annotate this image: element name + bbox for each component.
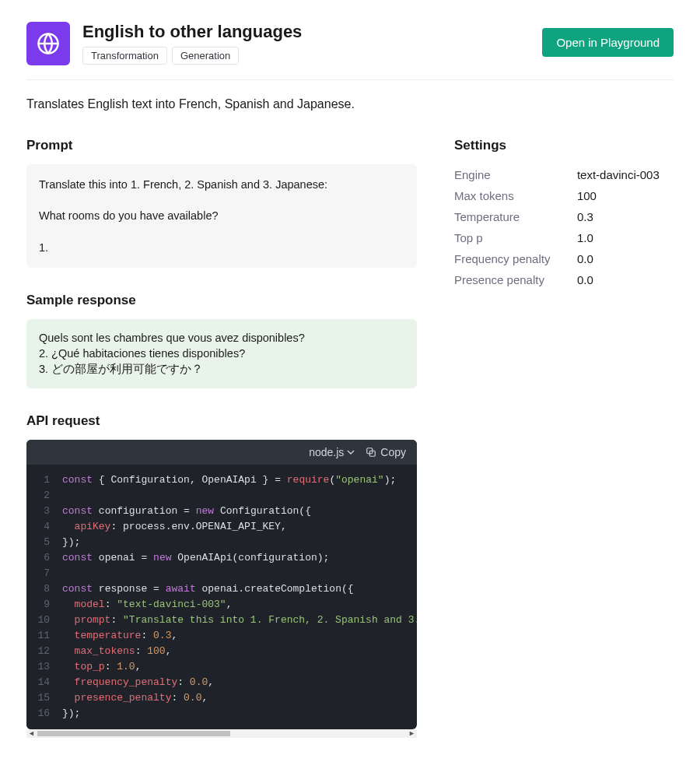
settings-row: Max tokens100 bbox=[454, 185, 674, 206]
open-in-playground-button[interactable]: Open in Playground bbox=[542, 28, 674, 57]
settings-label: Max tokens bbox=[454, 185, 577, 206]
settings-heading: Settings bbox=[454, 138, 674, 153]
code-body[interactable]: 12345678 910111213141516 const { Configu… bbox=[26, 465, 417, 729]
response-line: Quels sont les chambres que vous avez di… bbox=[39, 330, 404, 346]
settings-value: 0.0 bbox=[577, 248, 674, 269]
response-section: Sample response Quels sont les chambres … bbox=[26, 293, 417, 388]
code-header: node.js Copy bbox=[26, 440, 417, 465]
chevron-down-icon bbox=[347, 448, 355, 456]
settings-value: text-davinci-003 bbox=[577, 164, 674, 185]
response-line: 2. ¿Qué habitaciones tienes disponibles? bbox=[39, 346, 404, 361]
api-section: API request node.js Copy 12345678 910 bbox=[26, 413, 417, 738]
line-gutter: 12345678 910111213141516 bbox=[26, 465, 56, 729]
settings-value: 1.0 bbox=[577, 227, 674, 248]
settings-row: Temperature0.3 bbox=[454, 206, 674, 227]
scroll-right-arrow-icon[interactable]: ► bbox=[408, 729, 415, 737]
settings-value: 0.3 bbox=[577, 206, 674, 227]
description-text: Translates English text into French, Spa… bbox=[26, 97, 674, 111]
horizontal-scrollbar[interactable]: ◄ ► bbox=[26, 729, 417, 738]
scroll-left-arrow-icon[interactable]: ◄ bbox=[28, 729, 35, 737]
settings-value: 100 bbox=[577, 185, 674, 206]
language-select[interactable]: node.js bbox=[309, 446, 355, 458]
page-header: English to other languages Transformatio… bbox=[26, 22, 674, 80]
prompt-box: Translate this into 1. French, 2. Spanis… bbox=[26, 164, 417, 268]
scroll-thumb[interactable] bbox=[37, 731, 230, 736]
api-heading: API request bbox=[26, 413, 417, 429]
prompt-line: What rooms do you have available? bbox=[39, 208, 404, 223]
copy-icon bbox=[366, 447, 376, 458]
settings-row: Frequency penalty0.0 bbox=[454, 248, 674, 269]
tag-transformation: Transformation bbox=[82, 47, 167, 65]
page-title: English to other languages bbox=[82, 22, 302, 42]
tag-generation: Generation bbox=[172, 47, 239, 65]
prompt-heading: Prompt bbox=[26, 138, 417, 153]
tag-row: Transformation Generation bbox=[82, 47, 302, 65]
settings-label: Top p bbox=[454, 227, 577, 248]
copy-button[interactable]: Copy bbox=[366, 446, 406, 458]
header-left: English to other languages Transformatio… bbox=[26, 22, 302, 65]
settings-row: Enginetext-davinci-003 bbox=[454, 164, 674, 185]
prompt-line: 1. bbox=[39, 240, 404, 255]
prompt-line: Translate this into 1. French, 2. Spanis… bbox=[39, 177, 404, 192]
settings-table: Enginetext-davinci-003Max tokens100Tempe… bbox=[454, 164, 674, 290]
globe-icon bbox=[26, 22, 70, 65]
code-content: const { Configuration, OpenAIApi } = req… bbox=[56, 465, 417, 729]
copy-label: Copy bbox=[380, 446, 406, 458]
response-line: 3. どの部屋が利用可能ですか？ bbox=[39, 361, 404, 377]
settings-label: Presence penalty bbox=[454, 269, 577, 290]
settings-label: Temperature bbox=[454, 206, 577, 227]
settings-value: 0.0 bbox=[577, 269, 674, 290]
settings-row: Top p1.0 bbox=[454, 227, 674, 248]
settings-row: Presence penalty0.0 bbox=[454, 269, 674, 290]
response-box: Quels sont les chambres que vous avez di… bbox=[26, 319, 417, 388]
settings-label: Engine bbox=[454, 164, 577, 185]
code-block: node.js Copy 12345678 910111213141516 co… bbox=[26, 440, 417, 729]
title-block: English to other languages Transformatio… bbox=[82, 22, 302, 65]
response-heading: Sample response bbox=[26, 293, 417, 308]
settings-label: Frequency penalty bbox=[454, 248, 577, 269]
language-label: node.js bbox=[309, 446, 344, 458]
prompt-section: Prompt Translate this into 1. French, 2.… bbox=[26, 138, 417, 268]
